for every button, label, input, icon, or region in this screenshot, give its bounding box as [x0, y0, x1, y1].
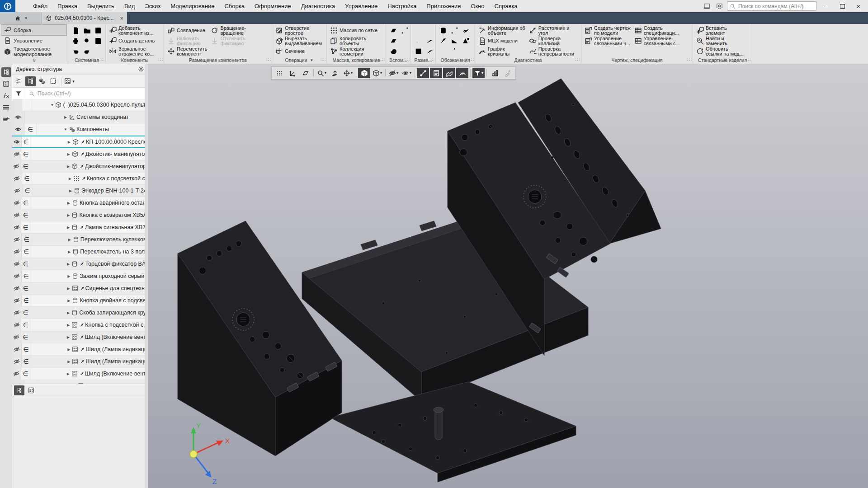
group-drag-handle[interactable]: ∷∷ — [746, 57, 750, 62]
group-dropdown-icon[interactable]: ▼ — [310, 58, 314, 62]
menu-Моделирование[interactable]: Моделирование — [165, 0, 219, 12]
caret-right-icon[interactable]: ▶ — [66, 347, 71, 352]
menu-Файл[interactable]: Файл — [28, 0, 52, 12]
menu-Окно[interactable]: Окно — [466, 0, 489, 12]
caret-right-icon[interactable]: ▶ — [66, 335, 71, 339]
move-axes-icon[interactable]: ▾ — [342, 68, 354, 78]
note-a-icon[interactable] — [460, 36, 472, 46]
group-drag-handle[interactable]: ∷∷ — [158, 57, 162, 62]
menu-Приложения[interactable]: Приложения — [421, 0, 466, 12]
screens-icon[interactable] — [714, 2, 724, 10]
group-drag-handle[interactable]: ∷∷ — [321, 57, 325, 62]
tree-row[interactable]: ∈▶Скоба запирающаяся круглая 22м — [12, 307, 145, 319]
insert-element-button[interactable]: Вставить элемент — [695, 25, 745, 36]
hole-button[interactable]: Отверстие простое — [274, 25, 323, 36]
zoom-area-icon[interactable]: ▾ — [316, 68, 328, 78]
tree-row[interactable]: ▼(–)025.04.50.0300 Кресло-пульт (Тел-0 — [12, 99, 145, 111]
eye-hidden-icon[interactable] — [12, 295, 22, 306]
tree-row[interactable]: ∈▶КП-100.00.0000 Кресло-пульт — [12, 136, 145, 148]
copy-objects-button[interactable]: Копировать объекты — [329, 36, 379, 46]
eye-hidden-icon[interactable] — [12, 209, 21, 221]
group-drag-handle[interactable]: ∷∷ — [687, 57, 691, 62]
dim-radius-icon[interactable] — [424, 36, 435, 46]
relation-badge[interactable]: ∈ — [21, 148, 30, 160]
relation-badge[interactable]: ∈ — [21, 258, 30, 270]
minimize-button[interactable]: – — [819, 1, 833, 11]
note-e-icon[interactable] — [438, 36, 449, 46]
drag-handle[interactable] — [273, 68, 285, 78]
caret-right-icon[interactable]: ▶ — [66, 213, 71, 217]
group-drag-handle[interactable]: ∷∷ — [100, 57, 104, 62]
dim-leader-icon[interactable] — [424, 46, 435, 56]
preview-icon[interactable] — [81, 36, 93, 46]
measure-columns-icon[interactable] — [489, 68, 501, 78]
dim-angle-icon[interactable] — [413, 36, 424, 46]
eye-hidden-icon[interactable] — [12, 356, 22, 367]
caret-right-icon[interactable]: ▶ — [66, 262, 71, 266]
tree-row[interactable]: ∈▶Шилд (Включение вентилятора — [12, 331, 145, 343]
filter-funnel-icon[interactable] — [12, 88, 25, 99]
menu-Справка[interactable]: Справка — [490, 0, 523, 12]
cut-extrude-button[interactable]: Вырезать выдавливанием — [274, 36, 323, 46]
caret-right-icon[interactable]: ▶ — [66, 164, 71, 169]
ribbon-mode-management[interactable]: Управление — [1, 35, 66, 46]
gear-icon[interactable] — [138, 66, 144, 72]
menu-Вид[interactable]: Вид — [119, 0, 140, 12]
relation-badge[interactable]: ∈ — [21, 209, 30, 221]
viewport-3d[interactable]: ▾▾▾▾▾▾ X Y Z — [148, 64, 868, 488]
tree-tab-structure-icon[interactable] — [14, 385, 24, 395]
tree-row[interactable]: ∈▶Кнопка двойная с подсветкой в с — [12, 295, 145, 307]
tree-row[interactable]: ∈▶Шилд (Включение вентилятора — [12, 368, 145, 380]
linked-specs-button[interactable]: Управление связанными с... — [633, 36, 681, 46]
eye-hidden-icon[interactable] — [12, 307, 21, 319]
caret-right-icon[interactable]: ▶ — [66, 286, 71, 291]
panel-params-icon[interactable] — [1, 79, 11, 89]
tree-row[interactable]: ∈▶Шилд (Лампа индикации подо — [12, 356, 145, 368]
group-drag-handle[interactable]: ∷∷ — [266, 57, 270, 62]
tree-tab-params-icon[interactable] — [26, 385, 36, 395]
relation-badge[interactable]: ∈ — [23, 185, 33, 197]
caret-down-icon[interactable]: ▼ — [63, 127, 68, 131]
relation-badge[interactable]: ∈ — [24, 123, 37, 135]
eye-hidden-icon[interactable] — [12, 368, 21, 380]
eye-visible-icon[interactable] — [12, 123, 24, 135]
polyline-mode-icon[interactable] — [417, 68, 429, 78]
relation-badge[interactable]: ∈ — [22, 173, 32, 184]
tree-row[interactable]: ∈▶Кнопка с подсветкой с выступа — [12, 319, 145, 331]
update-links-button[interactable]: Обновить ссылки на мод... — [695, 46, 745, 56]
tree-row[interactable]: ∈▶Кнопка аварийного останова XB5 — [12, 197, 145, 209]
tree-components-icon[interactable] — [37, 76, 47, 86]
menu-Выделить[interactable]: Выделить — [82, 0, 119, 12]
relation-badge[interactable]: ∈ — [22, 246, 31, 258]
new-doc-icon[interactable] — [70, 25, 81, 36]
caret-right-icon[interactable]: ▶ — [66, 323, 71, 327]
eye-hidden-icon[interactable] — [12, 221, 21, 233]
caret-right-icon[interactable]: ▶ — [66, 225, 71, 230]
relation-badge[interactable]: ∈ — [21, 307, 30, 319]
dim-grid-icon[interactable] — [413, 46, 424, 56]
tree-structure-icon[interactable] — [25, 76, 36, 86]
coincide-button[interactable]: Совпадение — [166, 25, 208, 36]
curvature-mode-icon[interactable] — [456, 68, 468, 78]
group-drag-handle[interactable]: ∷∷ — [405, 57, 409, 62]
cs-corner-icon[interactable] — [286, 68, 298, 78]
caret-right-icon[interactable]: ▶ — [68, 189, 73, 193]
panel-menu-icon[interactable] — [1, 103, 11, 112]
note-base-icon[interactable] — [438, 46, 449, 56]
tree-scrollbar[interactable] — [145, 64, 148, 488]
eye-visible-icon[interactable] — [12, 111, 24, 123]
menu-Оформление[interactable]: Оформление — [250, 0, 296, 12]
ribbon-mode-assembly[interactable]: Сборка — [1, 25, 66, 35]
tree-row[interactable]: ∈▶Энкодер ENH-100-1-T-24 (x2) — [12, 185, 145, 197]
layout-windows-icon[interactable] — [702, 2, 712, 10]
eye-hidden-icon[interactable] — [12, 246, 22, 258]
panel-tree-icon[interactable] — [1, 67, 11, 77]
note-cyl-icon[interactable] — [438, 25, 449, 36]
pattern-grid-button[interactable]: Массив по сетке — [329, 25, 379, 36]
relation-badge[interactable]: ∈ — [21, 331, 30, 343]
tree-row[interactable]: ∈▶Кнопка с подсветкой с пруж — [12, 173, 145, 185]
eye-hidden-icon[interactable] — [12, 160, 21, 172]
command-search-input[interactable] — [737, 3, 811, 10]
relation-badge[interactable]: ∈ — [21, 197, 30, 209]
mass-props-button[interactable]: МЦХ модели — [477, 36, 527, 46]
